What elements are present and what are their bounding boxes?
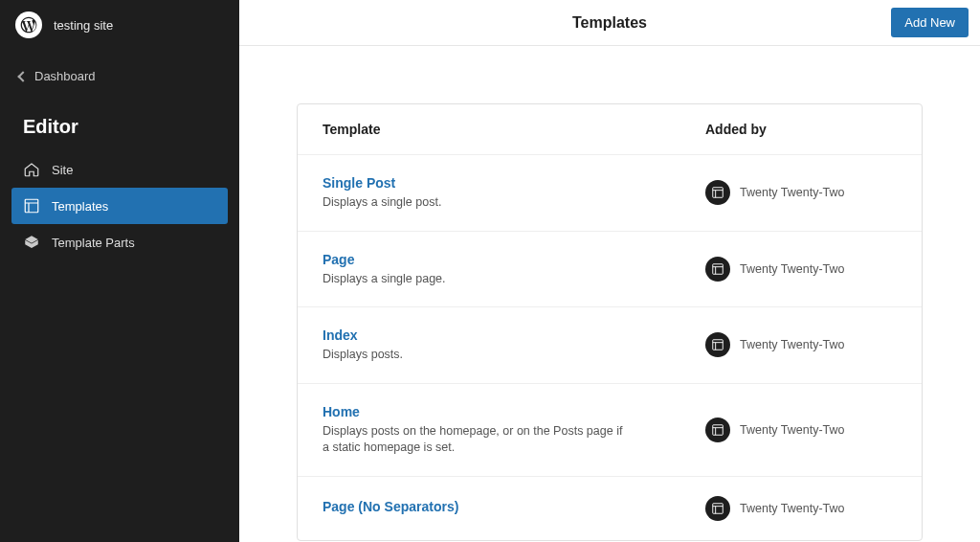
home-icon	[23, 161, 40, 178]
main: Templates Add New Template Added by Sing…	[239, 0, 980, 542]
symbol-icon	[23, 234, 40, 251]
added-by-name: Twenty Twenty-Two	[740, 262, 845, 276]
svg-rect-3	[713, 340, 724, 350]
added-by-name: Twenty Twenty-Two	[740, 502, 845, 515]
page-title: Templates	[572, 14, 647, 32]
svg-rect-4	[713, 424, 724, 435]
back-to-dashboard[interactable]: Dashboard	[0, 67, 239, 91]
svg-rect-5	[713, 503, 724, 513]
templates-panel: Template Added by Single Post Displays a…	[297, 103, 923, 541]
sidebar-item-label: Site	[52, 163, 73, 177]
add-new-button[interactable]: Add New	[891, 8, 969, 37]
template-link[interactable]: Page	[323, 252, 354, 267]
col-header-added-by: Added by	[705, 122, 897, 137]
back-label: Dashboard	[34, 69, 96, 83]
added-by-cell: Twenty Twenty-Two	[705, 257, 897, 282]
site-title: testing site	[54, 18, 113, 33]
table-row: Page (No Separators) Twenty Twenty-Two	[298, 477, 922, 540]
table-header: Template Added by	[298, 104, 922, 155]
theme-icon	[705, 257, 730, 282]
sidebar-nav: Site Templates Template Parts	[0, 151, 239, 260]
template-description: Displays posts.	[323, 347, 629, 364]
table-row: Page Displays a single page. Twenty Twen…	[298, 232, 922, 308]
template-link[interactable]: Index	[323, 327, 358, 343]
template-link[interactable]: Home	[323, 404, 360, 419]
added-by-cell: Twenty Twenty-Two	[705, 180, 897, 205]
template-description: Displays posts on the homepage, or on th…	[323, 423, 629, 457]
wordpress-logo-icon[interactable]	[15, 11, 42, 38]
sidebar-item-templates[interactable]: Templates	[11, 188, 228, 224]
content-area: Template Added by Single Post Displays a…	[239, 46, 980, 542]
added-by-name: Twenty Twenty-Two	[740, 186, 845, 199]
sidebar-item-site[interactable]: Site	[11, 151, 228, 188]
template-link[interactable]: Page (No Separators)	[323, 499, 458, 514]
added-by-cell: Twenty Twenty-Two	[705, 418, 897, 442]
template-info: Single Post Displays a single post.	[323, 174, 705, 212]
theme-icon	[705, 180, 730, 205]
svg-rect-2	[713, 264, 724, 275]
table-row: Index Displays posts. Twenty Twenty-Two	[298, 307, 922, 384]
svg-rect-1	[713, 188, 724, 198]
sidebar: testing site Dashboard Editor Site Templ…	[0, 0, 239, 542]
theme-icon	[705, 496, 730, 521]
template-link[interactable]: Single Post	[323, 175, 395, 191]
layout-icon	[23, 197, 40, 215]
added-by-cell: Twenty Twenty-Two	[705, 496, 897, 521]
added-by-name: Twenty Twenty-Two	[740, 338, 845, 351]
topbar: Templates Add New	[239, 0, 980, 46]
template-description: Displays a single post.	[323, 194, 629, 212]
template-info: Page (No Separators)	[323, 498, 705, 518]
template-info: Index Displays posts.	[323, 327, 705, 364]
template-info: Page Displays a single page.	[323, 251, 705, 288]
sidebar-heading: Editor	[0, 108, 239, 151]
sidebar-item-label: Templates	[52, 199, 108, 214]
template-description: Displays a single page.	[323, 271, 629, 288]
added-by-name: Twenty Twenty-Two	[740, 423, 845, 437]
theme-icon	[705, 332, 730, 357]
sidebar-item-label: Template Parts	[52, 236, 135, 250]
svg-rect-0	[25, 199, 38, 213]
sidebar-header: testing site	[0, 0, 239, 50]
table-row: Single Post Displays a single post. Twen…	[298, 155, 922, 232]
theme-icon	[705, 418, 730, 442]
col-header-template: Template	[323, 122, 705, 137]
table-row: Home Displays posts on the homepage, or …	[298, 384, 922, 477]
template-info: Home Displays posts on the homepage, or …	[323, 403, 705, 457]
chevron-left-icon	[17, 71, 28, 81]
added-by-cell: Twenty Twenty-Two	[705, 332, 897, 357]
sidebar-item-template-parts[interactable]: Template Parts	[11, 224, 228, 260]
